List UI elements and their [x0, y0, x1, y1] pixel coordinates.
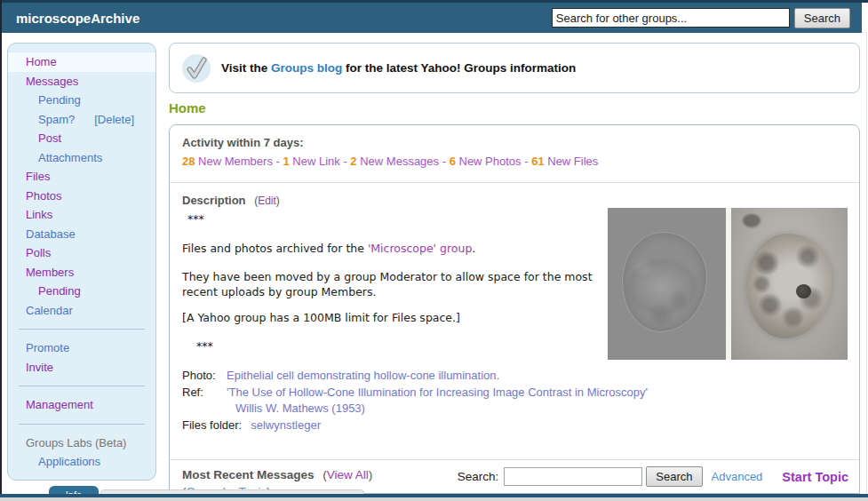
section-divider [170, 459, 859, 460]
new-files-link[interactable]: New Files [547, 155, 598, 168]
stat-value: 61 [531, 155, 544, 168]
new-photos-link[interactable]: New Photos [459, 155, 522, 168]
description-paragraph-1: Files and photos archived for the 'Micro… [182, 241, 600, 256]
cell-blob [746, 234, 832, 338]
description-text: Files and photos archived for the [182, 242, 368, 255]
sidebar-item-links[interactable]: Links [8, 205, 155, 225]
stat-value: 2 [350, 155, 356, 168]
view-all-link[interactable]: View All [327, 468, 369, 481]
sidebar-item-promote[interactable]: Promote [8, 338, 155, 358]
message-search-label: Search: [458, 470, 499, 483]
sidebar-item-database[interactable]: Database [8, 225, 155, 244]
sidebar-item-invite[interactable]: Invite [8, 358, 155, 378]
sidebar-item-delete[interactable]: [Delete] [94, 113, 134, 126]
sidebar-item-pending-members[interactable]: Pending [8, 282, 155, 301]
banner-text-after: for the latest Yahoo! Groups information [342, 61, 576, 75]
stat-value: 1 [283, 155, 289, 168]
ref-link[interactable]: 'The Use of Hollow-Cone Illumination for… [227, 385, 648, 402]
sidebar-item-home[interactable]: Home [8, 52, 155, 72]
edit-paren: ) [276, 195, 280, 207]
sidebar-divider [19, 424, 145, 425]
description-title: Description [182, 194, 246, 207]
cell-nucleus [796, 284, 811, 298]
messages-title: Most Recent Messages [182, 468, 315, 481]
description-paragraph-2: They have been moved by a group Moderato… [182, 269, 600, 299]
view-all-paren: ) [369, 468, 373, 481]
activity-title: Activity within 7 days: [182, 136, 847, 149]
photo-label: Photo: [182, 368, 227, 385]
stat-separator: - [340, 155, 351, 168]
ref-author-link[interactable]: Willis W. Mathews (1953) [235, 401, 365, 418]
files-folder-label: Files folder: [182, 418, 242, 434]
activity-summary: Activity within 7 days: 28 New Members -… [170, 125, 859, 175]
ref-author-row: Willis W. Mathews (1953) [182, 401, 847, 418]
sidebar-item-pending-messages[interactable]: Pending [8, 91, 155, 110]
sidebar-divider [19, 329, 145, 330]
groups-blog-link[interactable]: Groups blog [271, 61, 342, 75]
group-title: microscopeArchive [16, 11, 139, 26]
new-messages-link[interactable]: New Messages [360, 155, 439, 168]
banner-text-before: Visit the [221, 61, 271, 75]
edit-link[interactable]: Edit [258, 195, 276, 207]
photo-left-panel [608, 208, 726, 360]
yahoo-groups-page: microscopeArchive Search Home Messages P… [0, 0, 868, 501]
check-icon [182, 54, 211, 83]
messages-search-area: Search: Search Advanced Start Topic [458, 466, 848, 487]
ref-label: Ref: [182, 385, 227, 402]
stat-separator: - [273, 155, 283, 168]
sidebar-item-photos[interactable]: Photos [8, 187, 155, 206]
ref-row: Ref: 'The Use of Hollow-Cone Illuminatio… [182, 385, 847, 402]
sidebar-item-calendar[interactable]: Calendar [8, 301, 155, 321]
window-right-edge [866, 32, 867, 494]
photo-caption-block: Photo: Epithelial cell demonstrating hol… [182, 368, 847, 433]
sidebar-item-applications[interactable]: Applications [8, 452, 155, 472]
sidebar-item-attachments[interactable]: Attachments [8, 148, 155, 168]
header-search: Search [552, 8, 850, 28]
advanced-search-link[interactable]: Advanced [712, 470, 763, 483]
header-bar: microscopeArchive Search [0, 3, 862, 33]
activity-stats: 28 New Members - 1 New Link - 2 New Mess… [182, 155, 847, 168]
description-paragraph-3: [A Yahoo group has a 100MB limit for Fil… [182, 310, 600, 325]
sidebar-item-polls[interactable]: Polls [8, 243, 155, 263]
main-panel: Activity within 7 days: 28 New Members -… [169, 124, 860, 494]
sidebar-item-management[interactable]: Management [8, 395, 155, 415]
message-search-input[interactable] [504, 467, 642, 486]
spam-label[interactable]: Spam? [38, 113, 75, 126]
stat-separator: - [439, 155, 450, 168]
files-folder-row: Files folder: selwynstleger [182, 418, 847, 434]
sidebar-nav: Home Messages Pending Spam?[Delete] Post… [7, 43, 156, 481]
start-topic-button[interactable]: Start Topic [782, 470, 848, 484]
sidebar-groups-labs-label: Groups Labs (Beta) [8, 433, 155, 453]
sidebar-divider [19, 386, 145, 386]
microscope-group-link[interactable]: 'Microscope' group [368, 242, 472, 255]
banner-text: Visit the Groups blog for the latest Yah… [221, 61, 576, 75]
stat-separator: - [522, 155, 532, 168]
sidebar-item-messages[interactable]: Messages [8, 72, 155, 91]
window-bottom-strip [0, 497, 868, 501]
epithelial-cell-photo [608, 208, 848, 360]
photo-smudge [743, 214, 760, 227]
group-search-input[interactable] [552, 8, 790, 28]
new-members-link[interactable]: New Members [198, 155, 273, 168]
new-link-link[interactable]: New Link [292, 155, 339, 168]
window-left-edge [0, 0, 2, 494]
photo-caption-row: Photo: Epithelial cell demonstrating hol… [182, 368, 847, 385]
sidebar-item-members[interactable]: Members [8, 263, 155, 282]
sidebar-item-files[interactable]: Files [8, 167, 155, 187]
sidebar-item-spam[interactable]: Spam?[Delete] [8, 110, 155, 130]
page-title: Home [169, 100, 206, 115]
stat-value: 28 [182, 155, 195, 168]
photo-right-panel [731, 208, 848, 360]
photo-caption-link[interactable]: Epithelial cell demonstrating hollow-con… [227, 368, 499, 385]
groups-blog-banner: Visit the Groups blog for the latest Yah… [169, 43, 860, 93]
message-search-button[interactable]: Search [646, 466, 702, 487]
window-bottom-edge [0, 494, 868, 497]
stat-value: 6 [450, 155, 456, 168]
sidebar-item-post[interactable]: Post [8, 129, 155, 148]
files-folder-link[interactable]: selwynstleger [251, 418, 321, 434]
description-text: . [472, 242, 475, 255]
group-search-button[interactable]: Search [794, 8, 850, 28]
